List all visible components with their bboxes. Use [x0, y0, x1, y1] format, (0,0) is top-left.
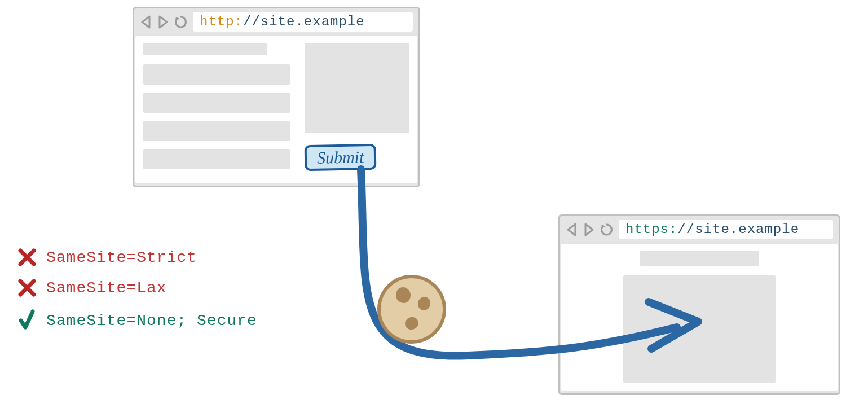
placeholder-line	[143, 43, 267, 55]
placeholder-line	[640, 251, 759, 266]
placeholder-line	[143, 64, 290, 85]
url-bar-http[interactable]: http://site.example	[193, 12, 413, 32]
samesite-legend: SameSite=Strict SameSite=Lax SameSite=No…	[17, 248, 257, 344]
svg-point-0	[379, 277, 444, 342]
browser-body-http: Submit	[135, 36, 417, 183]
url-rest: //site.example	[677, 222, 799, 237]
back-icon	[566, 222, 578, 237]
placeholder-line	[143, 121, 290, 141]
placeholder-line	[143, 93, 290, 113]
legend-text: SameSite=Strict	[46, 249, 197, 266]
url-scheme: https:	[625, 222, 677, 237]
legend-row-none: SameSite=None; Secure	[17, 309, 257, 332]
browser-top-bar: https://site.example	[560, 216, 839, 243]
back-icon	[140, 15, 152, 29]
legend-row-lax: SameSite=Lax	[17, 279, 257, 297]
forward-icon	[583, 222, 595, 237]
reload-icon	[174, 15, 188, 29]
submit-button[interactable]: Submit	[305, 144, 377, 171]
legend-text: SameSite=Lax	[46, 279, 167, 297]
browser-https: https://site.example	[558, 214, 840, 395]
browser-top-bar: http://site.example	[134, 8, 418, 35]
placeholder-block	[623, 275, 776, 383]
url-rest: //site.example	[243, 14, 365, 29]
legend-row-strict: SameSite=Strict	[17, 248, 257, 266]
browser-body-https	[561, 244, 838, 391]
legend-text: SameSite=None; Secure	[46, 312, 257, 330]
cross-icon	[17, 248, 37, 266]
check-icon	[17, 309, 37, 332]
cookie-icon	[372, 270, 451, 352]
cross-icon	[17, 279, 37, 297]
browser-http: http://site.example Submit	[133, 7, 420, 187]
url-scheme: http:	[200, 14, 243, 29]
placeholder-line	[143, 149, 290, 169]
placeholder-block	[305, 43, 409, 133]
url-bar-https[interactable]: https://site.example	[619, 220, 833, 239]
forward-icon	[157, 15, 169, 29]
reload-icon	[600, 222, 614, 237]
